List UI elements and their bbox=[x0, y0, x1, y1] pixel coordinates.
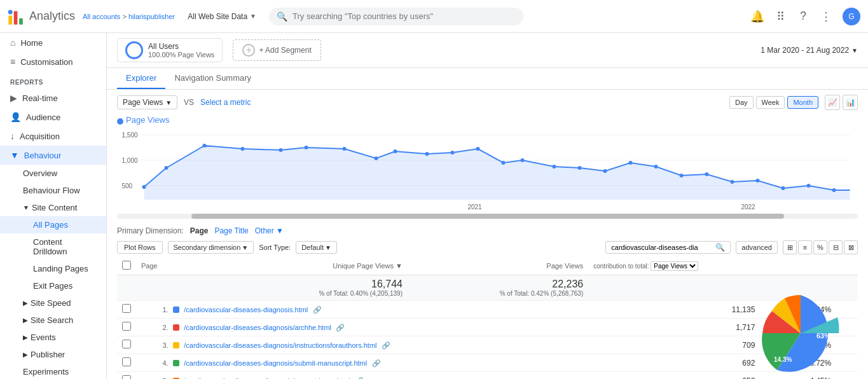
link-icon-1[interactable]: 🔗 bbox=[313, 306, 322, 314]
sidebar-item-audience[interactable]: 👤 Audience bbox=[0, 107, 106, 127]
row-checkbox-4[interactable] bbox=[122, 357, 131, 366]
svg-point-22 bbox=[502, 161, 506, 165]
all-users-segment[interactable]: All Users 100.00% Page Views bbox=[117, 38, 223, 62]
sidebar-item-site-search[interactable]: ▶ Site Search bbox=[0, 312, 106, 329]
bar-chart-icon[interactable]: 📊 bbox=[843, 95, 858, 110]
tab-explorer[interactable]: Explorer bbox=[117, 68, 165, 89]
sort-type-select[interactable]: Default ▼ bbox=[296, 241, 337, 254]
customisation-icon: ≡ bbox=[10, 57, 15, 67]
link-icon-5[interactable]: 🔗 bbox=[355, 377, 364, 380]
page-link-5[interactable]: /cardiovascular-diseases-diagnosis/curre… bbox=[184, 377, 350, 380]
vs-text: VS bbox=[184, 98, 194, 107]
behaviour-icon: ▼ bbox=[10, 150, 19, 160]
list-view-icon[interactable]: ≡ bbox=[798, 240, 812, 254]
avatar[interactable]: G bbox=[843, 8, 860, 25]
row-checkbox-5[interactable] bbox=[122, 375, 131, 379]
month-button[interactable]: Month bbox=[787, 96, 818, 109]
link-icon-3[interactable]: 🔗 bbox=[382, 341, 390, 349]
week-button[interactable]: Week bbox=[756, 96, 785, 109]
sidebar-item-exit-pages[interactable]: Exit Pages bbox=[0, 277, 106, 294]
svg-point-13 bbox=[241, 147, 245, 151]
metric-select-dropdown[interactable]: Page Views ▼ bbox=[117, 95, 177, 109]
search-filter[interactable]: 🔍 bbox=[605, 241, 731, 254]
main-content: All Users 100.00% Page Views + + Add Seg… bbox=[107, 33, 868, 379]
all-users-sub: 100.00% Page Views bbox=[148, 51, 214, 59]
advanced-button[interactable]: advanced bbox=[736, 241, 778, 254]
more-icon[interactable]: ⋮ bbox=[820, 10, 832, 23]
sidebar-item-events[interactable]: ▶ Events bbox=[0, 329, 106, 346]
account-breadcrumb[interactable]: All accounts > hilarispublisher bbox=[83, 13, 175, 20]
chart-scrollbar[interactable] bbox=[117, 214, 858, 219]
unique-page-views-header[interactable]: Unique Page Views ▼ bbox=[187, 257, 408, 275]
sidebar-item-all-pages[interactable]: All Pages bbox=[0, 216, 106, 233]
row-checkbox-1[interactable] bbox=[122, 304, 131, 313]
row-checkbox-3[interactable] bbox=[122, 340, 131, 348]
sidebar-item-customisation[interactable]: ≡ Customisation bbox=[0, 52, 106, 71]
date-range-selector[interactable]: 1 Mar 2020 - 21 Aug 2022 ▼ bbox=[761, 46, 858, 55]
sidebar-item-experiments[interactable]: Experiments bbox=[0, 363, 106, 379]
table-search-input[interactable] bbox=[611, 244, 713, 251]
dimension-page[interactable]: Page bbox=[190, 226, 209, 235]
compare-view-icon[interactable]: ⊠ bbox=[844, 240, 858, 254]
sidebar-item-content-drilldown[interactable]: Content Drilldown bbox=[0, 233, 106, 260]
row-color-indicator-1 bbox=[173, 307, 179, 313]
add-segment-button[interactable]: + + Add Segment bbox=[233, 39, 320, 61]
row-checkbox-2[interactable] bbox=[122, 322, 131, 331]
sidebar-item-realtime[interactable]: ▶ Real-time bbox=[0, 88, 106, 107]
sidebar-item-acquisition[interactable]: ↓ Acquisition bbox=[0, 127, 106, 146]
sidebar-item-home[interactable]: ⌂ Home bbox=[0, 33, 106, 52]
svg-point-3 bbox=[8, 10, 13, 14]
tab-bar: Explorer Navigation Summary bbox=[107, 68, 868, 90]
sidebar-item-behaviour-flow[interactable]: Behaviour Flow bbox=[0, 182, 106, 199]
logo-text: Analytics bbox=[29, 10, 75, 23]
tab-navigation-summary[interactable]: Navigation Summary bbox=[165, 68, 260, 89]
search-icon: 🔍 bbox=[277, 11, 287, 22]
search-bar[interactable]: 🔍 bbox=[269, 8, 523, 25]
property-selector[interactable]: All Web Site Data ▼ bbox=[183, 10, 261, 24]
page-link-4[interactable]: /cardiovascular-diseases-diagnosis/submi… bbox=[184, 359, 367, 367]
link-icon-2[interactable]: 🔗 bbox=[336, 324, 345, 331]
row-color-indicator-4 bbox=[173, 360, 179, 366]
page-link-3[interactable]: /cardiovascular-diseases-diagnosis/instr… bbox=[184, 341, 376, 349]
svg-rect-2 bbox=[19, 18, 23, 24]
sidebar-label-site-speed: Site Speed bbox=[31, 298, 71, 308]
page-link-2[interactable]: /cardiovascular-diseases-diagnosis/archh… bbox=[184, 324, 331, 331]
sidebar-item-behaviour[interactable]: ▼ Behaviour bbox=[0, 146, 106, 165]
pivot-view-icon[interactable]: ⊟ bbox=[829, 240, 843, 254]
page-link-1[interactable]: /cardiovascular-diseases-diagnosis.html bbox=[184, 306, 308, 314]
sidebar-item-site-content[interactable]: ▼ Site Content bbox=[0, 199, 106, 216]
sidebar-item-landing-pages[interactable]: Landing Pages bbox=[0, 260, 106, 277]
search-filter-icon[interactable]: 🔍 bbox=[715, 243, 725, 252]
svg-point-26 bbox=[603, 169, 607, 173]
line-chart-icon[interactable]: 📈 bbox=[825, 95, 840, 110]
date-range-chevron: ▼ bbox=[851, 47, 858, 54]
all-users-circle-icon bbox=[125, 41, 143, 59]
sidebar-label-customisation: Customisation bbox=[20, 57, 72, 67]
sidebar-item-site-speed[interactable]: ▶ Site Speed bbox=[0, 294, 106, 312]
notifications-icon[interactable]: 🔔 bbox=[751, 10, 764, 23]
sidebar-item-publisher[interactable]: ▶ Publisher bbox=[0, 346, 106, 363]
sidebar-label-acquisition: Acquisition bbox=[20, 132, 60, 141]
grid-view-icon[interactable]: ⊞ bbox=[783, 240, 797, 254]
link-icon-4[interactable]: 🔗 bbox=[372, 359, 381, 367]
help-icon[interactable]: ? bbox=[797, 10, 809, 23]
dimension-other[interactable]: Other ▼ bbox=[255, 226, 284, 235]
svg-point-15 bbox=[305, 146, 308, 149]
sort-icon: ▼ bbox=[396, 262, 403, 270]
select-all-checkbox[interactable] bbox=[122, 261, 131, 270]
select-metric-link[interactable]: Select a metric bbox=[200, 98, 251, 107]
svg-point-24 bbox=[553, 165, 556, 169]
apps-icon[interactable]: ⠿ bbox=[774, 10, 787, 23]
dimension-page-title[interactable]: Page Title bbox=[214, 226, 248, 235]
plot-rows-button[interactable]: Plot Rows bbox=[117, 241, 163, 254]
page-column-header[interactable]: Page bbox=[136, 257, 187, 275]
page-views-header[interactable]: Page Views bbox=[408, 257, 588, 275]
search-input[interactable] bbox=[293, 11, 516, 21]
secondary-dimension-select[interactable]: Secondary dimension ▼ bbox=[168, 241, 254, 254]
sidebar-item-overview[interactable]: Overview bbox=[0, 165, 106, 182]
percent-view-icon[interactable]: % bbox=[813, 240, 827, 254]
svg-point-30 bbox=[705, 172, 709, 176]
day-button[interactable]: Day bbox=[729, 96, 754, 109]
secondary-dim-chevron: ▼ bbox=[242, 244, 248, 251]
contribution-metric-select[interactable]: Page Views bbox=[651, 261, 698, 271]
